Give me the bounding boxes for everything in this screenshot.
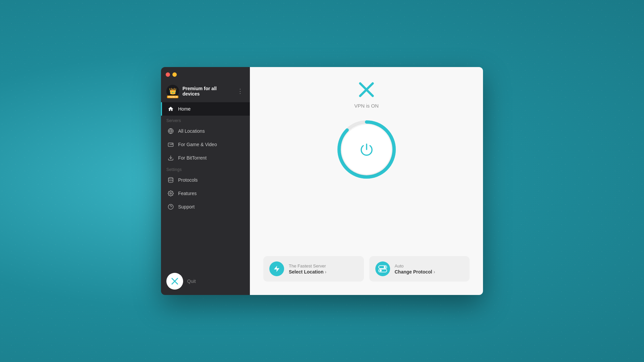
- sidebar-item-features[interactable]: Features: [161, 187, 250, 200]
- support-label: Support: [178, 204, 195, 209]
- svg-point-8: [168, 178, 173, 179]
- user-section: 👑 PREMIUM Premium for all devices ⋮: [161, 81, 250, 102]
- protocol-card-subtitle: Change Protocol ›: [395, 269, 464, 275]
- sidebar-item-bittorrent[interactable]: For BitTorrent: [161, 151, 250, 165]
- x-logo-icon: [170, 277, 179, 286]
- svg-point-6: [172, 144, 173, 144]
- app-window: 👑 PREMIUM Premium for all devices ⋮ Home…: [161, 67, 483, 295]
- protocol-card[interactable]: Auto Change Protocol ›: [369, 256, 470, 282]
- power-icon: [359, 141, 375, 158]
- power-button-container: [336, 119, 397, 180]
- vpn-logo: [357, 80, 376, 100]
- protocol-card-title: Auto: [395, 263, 464, 268]
- home-label: Home: [178, 106, 191, 112]
- location-card-title: The Fastest Server: [289, 263, 358, 268]
- gear-icon: [167, 190, 174, 197]
- bottom-cards: The Fastest Server Select Location ›: [263, 256, 470, 282]
- sidebar-item-all-locations[interactable]: All Locations: [161, 124, 250, 138]
- location-card[interactable]: The Fastest Server Select Location ›: [263, 256, 364, 282]
- settings-section-label: Settings: [161, 165, 250, 173]
- features-label: Features: [178, 191, 197, 196]
- game-icon: [167, 141, 174, 148]
- quit-label[interactable]: Quit: [187, 279, 196, 284]
- sidebar-item-game-video[interactable]: For Game & Video: [161, 138, 250, 151]
- location-card-subtitle: Select Location ›: [289, 269, 358, 275]
- svg-point-16: [384, 266, 386, 268]
- main-content: VPN is ON: [250, 67, 483, 295]
- globe-icon: [167, 128, 174, 134]
- help-icon: [167, 203, 174, 210]
- svg-point-18: [379, 269, 381, 272]
- servers-section-label: Servers: [161, 116, 250, 124]
- title-bar: [161, 67, 250, 81]
- protocol-arrow-icon: ›: [434, 269, 435, 275]
- sidebar-bottom: Quit: [161, 267, 250, 295]
- download-icon: [167, 155, 174, 161]
- bolt-icon: [273, 265, 280, 273]
- protocols-label: Protocols: [178, 177, 198, 183]
- premium-badge: PREMIUM: [167, 96, 178, 98]
- toggle-icon-container: [375, 261, 390, 276]
- protocol-card-text: Auto Change Protocol ›: [395, 263, 464, 275]
- location-arrow-icon: ›: [325, 269, 326, 275]
- close-button[interactable]: [166, 72, 170, 77]
- traffic-lights: [166, 72, 177, 77]
- svg-marker-14: [274, 266, 280, 272]
- quit-logo[interactable]: [166, 273, 183, 290]
- minimize-button[interactable]: [172, 72, 177, 77]
- all-locations-label: All Locations: [178, 128, 205, 134]
- vpn-logo-icon: [357, 80, 376, 99]
- bittorrent-label: For BitTorrent: [178, 155, 207, 161]
- user-name: Premium for all devices: [182, 86, 232, 97]
- sidebar-item-support[interactable]: Support: [161, 200, 250, 214]
- toggle-icon: [378, 265, 387, 273]
- bolt-icon-container: [269, 261, 284, 276]
- avatar: 👑 PREMIUM: [166, 85, 179, 98]
- power-button[interactable]: [342, 125, 391, 174]
- sidebar: 👑 PREMIUM Premium for all devices ⋮ Home…: [161, 67, 250, 295]
- svg-point-9: [170, 193, 172, 194]
- menu-dots-button[interactable]: ⋮: [236, 86, 245, 96]
- avatar-icon: 👑: [169, 87, 176, 95]
- location-card-text: The Fastest Server Select Location ›: [289, 263, 358, 275]
- sidebar-item-home[interactable]: Home: [161, 102, 250, 116]
- layers-icon: [167, 177, 174, 183]
- game-video-label: For Game & Video: [178, 142, 217, 147]
- vpn-status: VPN is ON: [354, 103, 379, 109]
- home-icon: [167, 106, 174, 112]
- sidebar-item-protocols[interactable]: Protocols: [161, 173, 250, 187]
